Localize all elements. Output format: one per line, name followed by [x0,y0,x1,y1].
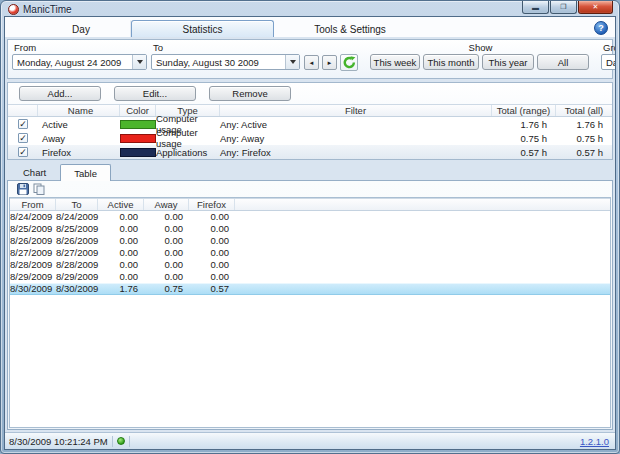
table-row[interactable]: 8/28/2009 8/28/2009 0.00 0.00 0.00 [10,259,610,271]
maximize-button[interactable]: ❐ [550,1,577,14]
status-separator [129,436,130,447]
show-label: Show [370,42,589,54]
column-header-filter[interactable]: Filter [220,105,492,116]
view-tabstrip: Chart Table [7,163,613,180]
cell-away: 0.00 [144,271,189,283]
table-row[interactable]: 8/30/2009 8/30/2009 1.76 0.75 0.57 [10,283,610,295]
cell-firefox: 0.00 [189,211,235,223]
column-header-total-all[interactable]: Total (all) [556,105,612,116]
tab-tools-settings[interactable]: Tools & Settings [274,20,426,37]
cell-active: 0.00 [98,271,144,283]
filter-type: Applications [156,147,220,158]
column-header-away[interactable]: Away [144,199,189,210]
column-header-color[interactable]: Color [120,105,156,116]
cell-away: 0.00 [144,247,189,259]
cell-from: 8/25/2009 [10,223,56,235]
tab-table[interactable]: Table [60,164,111,181]
from-dropdown-icon[interactable] [132,55,146,69]
filter-row[interactable]: ✓ Active Computer usage Any: Active 1.76… [8,117,612,131]
status-separator [112,436,113,447]
cell-active: 0.00 [98,235,144,247]
cell-from: 8/27/2009 [10,247,56,259]
minimize-button[interactable]: ▬ [522,1,549,14]
filter-total-range: 1.76 h [492,119,556,130]
show-all-button[interactable]: All [537,54,589,70]
filter-row[interactable]: ✓ Firefox Applications Any: Firefox 0.57… [8,145,612,159]
main-tabstrip: Day Statistics Tools & Settings ? [5,17,615,37]
next-range-button[interactable]: ► [322,55,337,70]
cell-to: 8/28/2009 [56,259,98,271]
date-toolbar: From Monday, August 24 2009 To Sunday, A… [7,39,613,79]
to-date-value: Sunday, August 30 2009 [152,57,285,68]
help-icon[interactable]: ? [594,21,608,35]
tab-statistics[interactable]: Statistics [131,20,274,37]
filter-table-body: ✓ Active Computer usage Any: Active 1.76… [8,117,612,159]
cell-firefox: 0.57 [189,283,235,295]
cell-from: 8/29/2009 [10,271,56,283]
cell-active: 0.00 [98,259,144,271]
filter-expression: Any: Active [220,119,492,130]
filter-total-all: 0.75 h [556,133,612,144]
filter-name: Away [38,133,120,144]
table-row[interactable]: 8/26/2009 8/26/2009 0.00 0.00 0.00 [10,235,610,247]
data-table-body: 8/24/2009 8/24/2009 0.00 0.00 0.00 8/25/… [10,211,610,295]
from-date-combobox[interactable]: Monday, August 24 2009 [12,54,147,70]
cell-from: 8/24/2009 [10,211,56,223]
filter-checkbox[interactable]: ✓ [18,133,28,143]
column-header-name[interactable]: Name [38,105,120,116]
show-this-year-button[interactable]: This year [482,54,534,70]
refresh-button[interactable] [340,54,358,71]
column-header-from[interactable]: From [10,199,56,210]
show-this-week-button[interactable]: This week [370,54,420,70]
table-row[interactable]: 8/27/2009 8/27/2009 0.00 0.00 0.00 [10,247,610,259]
status-bar: 8/30/2009 10:21:24 PM 1.2.1.0 [5,432,615,449]
statistics-table: From To Active Away Firefox 8/24/2009 8/… [9,197,611,428]
add-filter-button[interactable]: Add... [19,86,101,101]
column-header-active[interactable]: Active [98,199,144,210]
edit-filter-button[interactable]: Edit... [114,86,196,101]
group-by-select[interactable]: Day [601,54,616,70]
table-empty-space [10,295,610,427]
cell-from: 8/28/2009 [10,259,56,271]
filter-table-header: Name Color Type Filter Total (range) Tot… [8,104,612,117]
show-this-month-button[interactable]: This month [423,54,479,70]
table-row[interactable]: 8/29/2009 8/29/2009 0.00 0.00 0.00 [10,271,610,283]
cell-away: 0.00 [144,211,189,223]
tab-chart[interactable]: Chart [9,163,60,180]
cell-firefox: 0.00 [189,271,235,283]
cell-away: 0.00 [144,223,189,235]
filter-checkbox[interactable]: ✓ [18,119,28,129]
table-row[interactable]: 8/25/2009 8/25/2009 0.00 0.00 0.00 [10,223,610,235]
column-header-to[interactable]: To [56,199,98,210]
column-header-checkbox[interactable] [8,105,38,116]
filter-expression: Any: Firefox [220,147,492,158]
cell-to: 8/25/2009 [56,223,98,235]
filter-checkbox[interactable]: ✓ [18,147,28,157]
to-dropdown-icon[interactable] [285,55,299,69]
client-area: Day Statistics Tools & Settings ? From M… [4,16,616,450]
column-header-total-range[interactable]: Total (range) [492,105,556,116]
save-icon[interactable] [16,183,29,196]
table-toolbar [8,181,612,197]
tab-day[interactable]: Day [31,20,131,37]
close-button[interactable]: ✕ [578,1,613,14]
table-row[interactable]: 8/24/2009 8/24/2009 0.00 0.00 0.00 [10,211,610,223]
copy-icon[interactable] [32,183,45,196]
content-area: From Monday, August 24 2009 To Sunday, A… [5,37,615,432]
status-timestamp: 8/30/2009 10:21:24 PM [9,436,108,447]
version-link[interactable]: 1.2.1.0 [580,436,609,447]
from-date-value: Monday, August 24 2009 [13,57,132,68]
cell-firefox: 0.00 [189,259,235,271]
cell-to: 8/24/2009 [56,211,98,223]
cell-firefox: 0.00 [189,223,235,235]
filter-expression: Any: Away [220,133,492,144]
filter-name: Firefox [38,147,120,158]
to-date-combobox[interactable]: Sunday, August 30 2009 [151,54,300,70]
filter-name: Active [38,119,120,130]
filter-row[interactable]: ✓ Away Computer usage Any: Away 0.75 h 0… [8,131,612,145]
remove-filter-button[interactable]: Remove [209,86,291,101]
color-swatch [120,120,156,129]
previous-range-button[interactable]: ◄ [304,55,319,70]
cell-active: 1.76 [98,283,144,295]
column-header-firefox[interactable]: Firefox [189,199,235,210]
